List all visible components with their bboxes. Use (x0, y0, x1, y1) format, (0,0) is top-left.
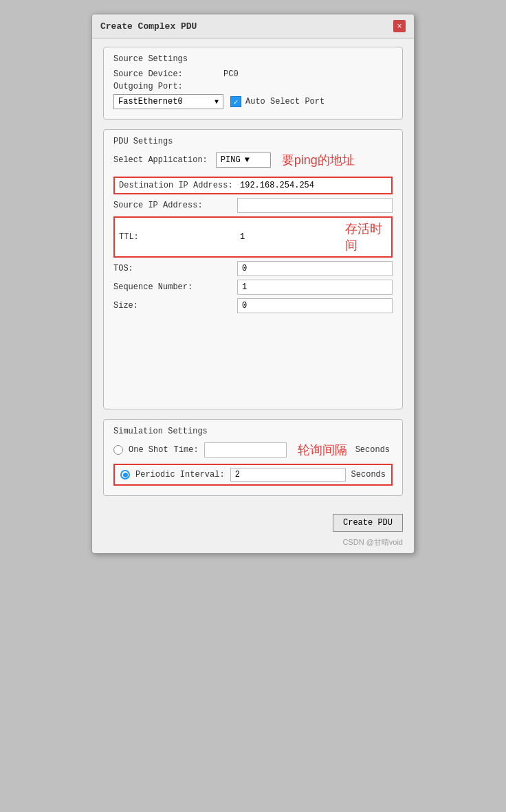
one-shot-time-input[interactable] (204, 442, 287, 458)
auto-select-checkbox[interactable] (230, 96, 241, 107)
one-shot-row: One Shot Time: 轮询间隔 Seconds (113, 442, 393, 458)
src-ip-row: Source IP Address: (113, 198, 393, 213)
dropdown-app-arrow-icon: ▼ (245, 155, 250, 165)
src-ip-label: Source IP Address: (113, 201, 237, 210)
dest-ip-row: Destination IP Address: (113, 177, 393, 194)
auto-select-container: Auto Select Port (230, 96, 324, 107)
source-device-value: PC0 (223, 69, 239, 79)
sim-settings-title: Simulation Settings (113, 427, 393, 436)
simulation-settings-section: Simulation Settings One Shot Time: 轮询间隔 … (103, 419, 403, 496)
dropdown-arrow-icon: ▼ (214, 98, 219, 106)
app-annotation: 要ping的地址 (282, 152, 355, 168)
src-ip-input[interactable] (237, 198, 393, 213)
periodic-radio[interactable] (120, 470, 130, 480)
port-dropdown-value: FastEthernet0 (118, 97, 183, 106)
ttl-input[interactable] (240, 232, 340, 242)
port-dropdown[interactable]: FastEthernet0 ▼ (113, 94, 223, 109)
size-input[interactable] (237, 298, 393, 313)
title-bar: Create Complex PDU × (92, 14, 414, 38)
watermark: CSDN @甘晴void (92, 537, 414, 553)
periodic-row: Periodic Interval: Seconds (113, 464, 393, 486)
outgoing-port-label-row: Outgoing Port: (113, 82, 393, 91)
periodic-label: Periodic Interval: (135, 470, 225, 480)
pdu-spacer (113, 317, 393, 399)
bottom-bar: Create PDU (92, 507, 414, 537)
one-shot-label: One Shot (129, 445, 168, 455)
tos-value-wrapper (237, 261, 393, 276)
source-settings-section: Source Settings Source Device: PC0 Outgo… (103, 47, 403, 120)
dest-ip-label: Destination IP Address: (119, 181, 240, 190)
port-row: FastEthernet0 ▼ Auto Select Port (113, 94, 393, 109)
one-shot-radio[interactable] (113, 445, 123, 455)
close-button[interactable]: × (393, 20, 406, 32)
app-dropdown[interactable]: PING ▼ (216, 153, 271, 168)
seq-row: Sequence Number: (113, 280, 393, 295)
dest-ip-input[interactable] (240, 181, 387, 190)
app-value: PING (221, 155, 241, 165)
tos-input[interactable] (237, 261, 393, 276)
select-app-row: Select Application: PING ▼ 要ping的地址 (113, 152, 393, 168)
ttl-annotation: 存活时间 (345, 221, 387, 253)
periodic-interval-input[interactable] (230, 468, 346, 482)
seq-input[interactable] (237, 280, 393, 295)
time-annotation: 轮询间隔 (298, 442, 347, 458)
dialog-body: Source Settings Source Device: PC0 Outgo… (92, 38, 414, 507)
dialog: Create Complex PDU × Source Settings Sou… (91, 14, 415, 554)
one-shot-seconds-label: Seconds (355, 445, 390, 455)
time-label: Time: (174, 445, 199, 455)
source-device-row: Source Device: PC0 (113, 69, 393, 79)
source-settings-title: Source Settings (113, 54, 393, 64)
auto-select-label: Auto Select Port (245, 97, 324, 106)
size-row: Size: (113, 298, 393, 313)
outgoing-port-label: Outgoing Port: (113, 82, 223, 91)
dialog-title: Create Complex PDU (100, 21, 197, 32)
pdu-settings-section: PDU Settings Select Application: PING ▼ … (103, 129, 403, 409)
create-pdu-button[interactable]: Create PDU (333, 514, 403, 532)
ttl-label: TTL: (119, 232, 240, 242)
select-app-label: Select Application: (113, 155, 208, 165)
source-device-label: Source Device: (113, 69, 223, 79)
periodic-seconds-label: Seconds (351, 470, 386, 480)
ttl-row: TTL: 存活时间 (113, 216, 393, 258)
tos-label: TOS: (113, 264, 237, 273)
pdu-settings-title: PDU Settings (113, 137, 393, 146)
tos-row: TOS: (113, 261, 393, 276)
size-label: Size: (113, 301, 237, 311)
seq-label: Sequence Number: (113, 282, 237, 292)
